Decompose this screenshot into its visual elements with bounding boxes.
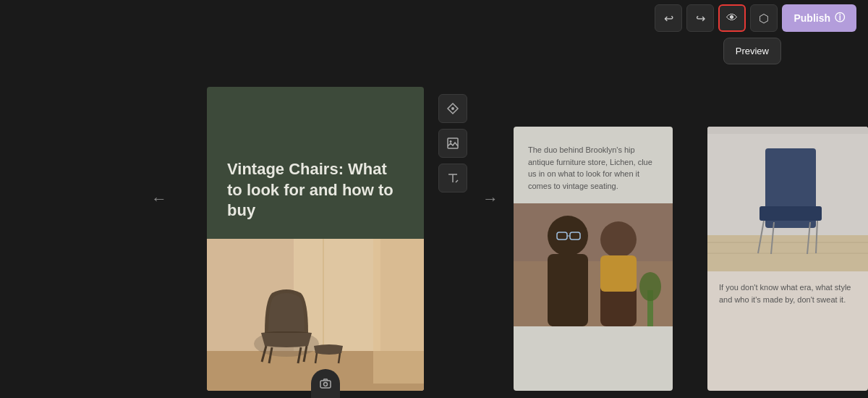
redo-button[interactable]: ↪ [686, 4, 714, 32]
second-slide-image [514, 203, 673, 326]
third-slide-bottom: If you don't know what era, what style a… [707, 271, 868, 316]
svg-point-3 [450, 140, 452, 143]
svg-point-30 [639, 272, 661, 301]
second-slide[interactable]: The duo behind Brooklyn's hip antique fu… [514, 127, 673, 391]
camera-icon [319, 377, 332, 390]
slide-main-image [207, 239, 424, 391]
svg-point-43 [324, 383, 328, 386]
svg-rect-36 [760, 206, 822, 221]
main-slide[interactable]: Vintage Chairs: What to look for and how… [207, 87, 424, 391]
redo-icon: ↪ [696, 12, 705, 25]
undo-icon: ↩ [664, 12, 673, 25]
toolbar: ↩ ↪ 👁 ⬡ Publish ⓘ [643, 0, 868, 36]
svg-line-6 [456, 180, 458, 182]
people-illustration [514, 203, 673, 326]
paint-icon [446, 102, 459, 115]
camera-button[interactable] [311, 369, 340, 398]
svg-rect-22 [548, 254, 588, 326]
svg-rect-41 [707, 127, 868, 134]
svg-rect-11 [373, 239, 424, 384]
third-slide-image [707, 127, 868, 271]
svg-point-1 [451, 107, 454, 110]
paint-tool-button[interactable] [438, 94, 467, 123]
right-arrow-icon: → [482, 190, 498, 208]
svg-rect-2 [448, 138, 458, 148]
slide-main-top: Vintage Chairs: What to look for and how… [207, 87, 424, 239]
image-tool-button[interactable] [438, 129, 467, 158]
svg-rect-28 [600, 255, 637, 292]
third-slide-text: If you don't know what era, what style a… [719, 281, 856, 305]
chair-illustration [207, 239, 424, 391]
blue-chair-illustration [707, 127, 868, 271]
publish-button[interactable]: Publish ⓘ [782, 4, 856, 32]
preview-tooltip-text: Preview [736, 46, 769, 56]
publish-info-icon: ⓘ [835, 12, 845, 25]
nav-arrow-left[interactable]: ← [145, 185, 174, 213]
tool-panel [438, 94, 467, 192]
eye-icon: 👁 [726, 12, 738, 25]
save-icon: ⬡ [759, 12, 769, 25]
second-slide-top: The duo behind Brooklyn's hip antique fu… [514, 127, 673, 203]
svg-rect-42 [320, 381, 331, 388]
text-icon [446, 172, 459, 185]
svg-point-26 [600, 221, 637, 258]
second-slide-text: The duo behind Brooklyn's hip antique fu… [528, 144, 658, 192]
left-arrow-icon: ← [151, 190, 167, 208]
publish-label: Publish [793, 12, 830, 24]
image-icon [446, 137, 459, 150]
text-tool-button[interactable] [438, 164, 467, 192]
preview-button[interactable]: 👁 [718, 4, 746, 32]
preview-tooltip: Preview [723, 38, 781, 64]
undo-button[interactable]: ↩ [655, 4, 682, 32]
third-slide[interactable]: If you don't know what era, what style a… [707, 127, 868, 391]
nav-arrow-right[interactable]: → [476, 185, 505, 213]
save-button[interactable]: ⬡ [750, 4, 778, 32]
slide-main-title: Vintage Chairs: What to look for and how… [227, 159, 404, 221]
